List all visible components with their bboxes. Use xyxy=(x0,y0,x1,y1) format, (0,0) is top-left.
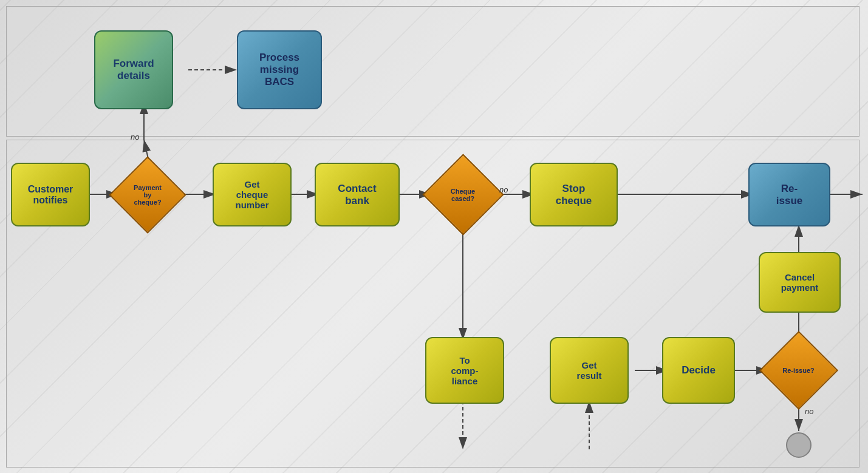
process-missing-bacs-label: Process missing BACS xyxy=(259,52,299,88)
customer-notifies-label: Customer notifies xyxy=(28,184,73,206)
cancel-payment-node: Cancel payment xyxy=(759,252,841,313)
to-compliance-node: To comp- liance xyxy=(425,337,504,404)
no-payment-label: no xyxy=(131,132,139,141)
reissue-diamond-wrapper: Re-issue? xyxy=(760,337,836,404)
reissue-node: Re- issue xyxy=(748,163,830,226)
get-cheque-number-node: Get cheque number xyxy=(213,163,292,226)
cheque-cased-diamond-wrapper: Chequecased? xyxy=(424,163,502,226)
customer-notifies-node: Customer notifies xyxy=(11,163,90,226)
payment-diamond-wrapper: Paymentbycheque? xyxy=(111,163,184,226)
stop-cheque-node: Stop cheque xyxy=(530,163,618,226)
contact-bank-node: Contact bank xyxy=(315,163,400,226)
contact-bank-label: Contact bank xyxy=(338,183,376,207)
reissue-label: Re- issue xyxy=(776,183,802,207)
process-missing-bacs-node: Process missing BACS xyxy=(237,30,322,109)
decide-label: Decide xyxy=(682,364,716,376)
to-compliance-label: To comp- liance xyxy=(451,355,479,386)
get-result-node: Get result xyxy=(550,337,629,404)
reissue-diamond xyxy=(759,331,838,410)
decide-node: Decide xyxy=(662,337,735,404)
get-cheque-number-label: Get cheque number xyxy=(235,179,268,210)
payment-diamond xyxy=(109,156,186,233)
stop-cheque-label: Stop cheque xyxy=(556,183,592,207)
diagram-container: Forward details Process missing BACS no … xyxy=(0,0,868,473)
cheque-cased-diamond xyxy=(422,154,504,235)
circle-end xyxy=(786,432,812,458)
no-reissue-label: no xyxy=(805,407,813,416)
forward-details-label: Forward details xyxy=(113,58,154,82)
forward-details-node: Forward details xyxy=(94,30,173,109)
get-result-label: Get result xyxy=(577,360,602,381)
no-cheque-label: no xyxy=(499,185,508,194)
cancel-payment-label: Cancel payment xyxy=(781,272,819,293)
